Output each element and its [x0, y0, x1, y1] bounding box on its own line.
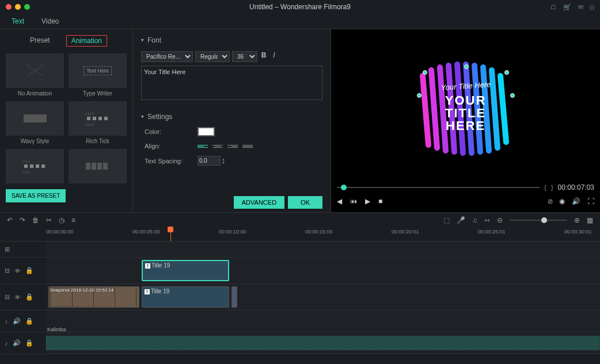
presets-panel: Preset Animation Text Here No Animation … [0, 29, 132, 212]
message-icon[interactable]: ✉ [578, 3, 583, 11]
preset-no-animation[interactable] [6, 53, 64, 88]
minimize-window-button[interactable] [15, 4, 21, 10]
transform-handle[interactable] [510, 93, 515, 98]
zoom-slider[interactable] [510, 220, 567, 221]
redo-button[interactable]: ↷ [20, 216, 25, 224]
lock-icon[interactable]: 🔒 [25, 317, 33, 325]
timeline: 00:00:00:00 00:00:05:00 00:00:10:00 00:0… [0, 228, 600, 354]
timeline-ruler[interactable]: 00:00:00:00 00:00:05:00 00:00:10:00 00:0… [0, 228, 600, 242]
text-spacing-input[interactable] [198, 156, 221, 166]
font-family-select[interactable]: Pacifico Re… [141, 51, 193, 62]
font-size-select[interactable]: 36 [232, 51, 257, 62]
play-button[interactable]: ▶ [365, 197, 370, 205]
visibility-icon[interactable]: 👁 [14, 294, 21, 301]
music-icon: ♪ [5, 318, 8, 325]
stepper-down-icon[interactable]: ▼ [222, 161, 225, 164]
align-justify-button[interactable] [242, 142, 253, 150]
add-track-icon[interactable]: ⊞ [5, 246, 10, 253]
color-label: Color: [145, 128, 191, 135]
split-button[interactable]: ✂ [46, 216, 52, 224]
close-window-button[interactable] [6, 4, 12, 10]
lock-icon[interactable]: 🔒 [25, 267, 33, 274]
ok-button[interactable]: OK [288, 196, 322, 209]
account-icon[interactable]: ☖ [550, 3, 556, 11]
view-toggle-icon[interactable]: ▦ [587, 216, 593, 224]
transform-handle[interactable] [417, 93, 421, 98]
mark-out-icon[interactable]: } [551, 184, 553, 191]
subtab-animation[interactable]: Animation [66, 35, 107, 47]
settings-section-toggle[interactable]: ▸Settings [141, 109, 322, 124]
step-back-button[interactable]: ⏮ [350, 197, 357, 205]
ruler-mark: 00:00:20:01 [392, 229, 419, 235]
prev-frame-button[interactable]: ◀ [337, 197, 342, 205]
italic-button[interactable]: I [270, 51, 278, 62]
svg-text:↓↓↓↓: ↓↓↓↓ [85, 122, 94, 127]
title-clip[interactable]: TTitle 19 [142, 260, 229, 281]
zoom-out-button[interactable]: ⊖ [497, 216, 503, 224]
transform-handle[interactable] [423, 70, 427, 75]
align-left-button[interactable] [198, 142, 208, 150]
svg-rect-14 [86, 163, 90, 170]
small-clip[interactable] [231, 286, 237, 308]
main-tabs: Text Video [0, 14, 600, 29]
stop-button[interactable]: ■ [378, 197, 382, 205]
playback-slider[interactable] [337, 187, 540, 188]
speaker-icon[interactable]: 🔊 [13, 317, 21, 325]
transform-handle[interactable] [464, 64, 469, 69]
preset-item[interactable]: ↓↓↓↓↑↑↑↑ [6, 149, 64, 183]
display-icon[interactable]: ⎚ [548, 197, 552, 205]
preview-canvas[interactable]: Your Title Here YOUR TITLE HERE [331, 29, 600, 180]
mixer-icon[interactable]: ♫ [472, 216, 477, 224]
tab-text[interactable]: Text [12, 17, 24, 25]
track-type-icon: ⊟ [5, 267, 10, 274]
marker-icon[interactable]: ⬚ [443, 216, 450, 224]
chevron-down-icon: ▸ [140, 39, 146, 42]
lock-icon[interactable]: 🔒 [25, 339, 33, 347]
chevron-down-icon: ▸ [140, 116, 146, 118]
color-swatch[interactable] [198, 127, 215, 136]
clock-icon[interactable]: ◷ [59, 216, 64, 224]
speaker-icon[interactable]: 🔊 [13, 339, 21, 347]
undo-button[interactable]: ↶ [7, 216, 13, 224]
preset-item[interactable] [69, 149, 127, 183]
notification-icon[interactable]: ⍓ [590, 3, 594, 11]
font-section-toggle[interactable]: ▸Font [141, 33, 322, 48]
font-weight-select[interactable]: Regular [195, 51, 230, 62]
timecode-display: 00:00:07:03 [558, 183, 594, 191]
cart-icon[interactable]: 🛒 [563, 3, 571, 11]
transform-handle[interactable] [504, 70, 509, 75]
mic-icon[interactable]: 🎤 [457, 216, 465, 224]
preset-rich-tick[interactable]: ↑↑↑↑↓↓↓↓ [69, 101, 127, 136]
audio-clip[interactable] [46, 336, 600, 350]
video-track: ⊟ 👁 🔒 Snapshot 2018-12-20 15:52:14 TTitl… [0, 284, 600, 311]
bold-button[interactable]: B [260, 51, 268, 62]
snapshot-icon[interactable]: ◉ [559, 197, 565, 205]
fit-icon[interactable]: ⇿ [484, 216, 490, 224]
title-clip-2[interactable]: TTitle 19 [142, 286, 229, 308]
playhead[interactable] [170, 228, 171, 241]
settings-icon[interactable]: ≡ [71, 216, 75, 224]
zoom-in-button[interactable]: ⊕ [574, 216, 580, 224]
preset-wavy-style[interactable] [6, 101, 64, 136]
fullscreen-icon[interactable]: ⛶ [587, 197, 594, 205]
titlebar: Untitled – Wondershare Filmora9 ☖ 🛒 ✉ ⍓ [0, 0, 600, 14]
video-clip[interactable]: Snapshot 2018-12-20 15:52:14 [48, 286, 139, 308]
preset-label: Type Writer [69, 89, 127, 98]
align-center-button[interactable] [212, 142, 223, 150]
align-right-button[interactable] [227, 142, 238, 150]
audio-clip-label: Kalimba [47, 327, 66, 332]
advanced-button[interactable]: ADVANCED [234, 196, 284, 209]
preset-type-writer[interactable]: Text Here [69, 53, 127, 88]
tab-video[interactable]: Video [41, 17, 59, 25]
svg-rect-16 [97, 163, 102, 170]
maximize-window-button[interactable] [24, 4, 30, 10]
volume-icon[interactable]: 🔊 [572, 197, 580, 205]
svg-rect-15 [92, 163, 96, 170]
title-text-input[interactable]: Your Title Here [141, 66, 322, 100]
visibility-icon[interactable]: 👁 [14, 267, 21, 274]
mark-in-icon[interactable]: { [544, 184, 546, 191]
save-as-preset-button[interactable]: SAVE AS PRESET [6, 189, 66, 202]
subtab-preset[interactable]: Preset [25, 35, 55, 47]
lock-icon[interactable]: 🔒 [25, 293, 33, 301]
delete-button[interactable]: 🗑 [32, 216, 39, 224]
